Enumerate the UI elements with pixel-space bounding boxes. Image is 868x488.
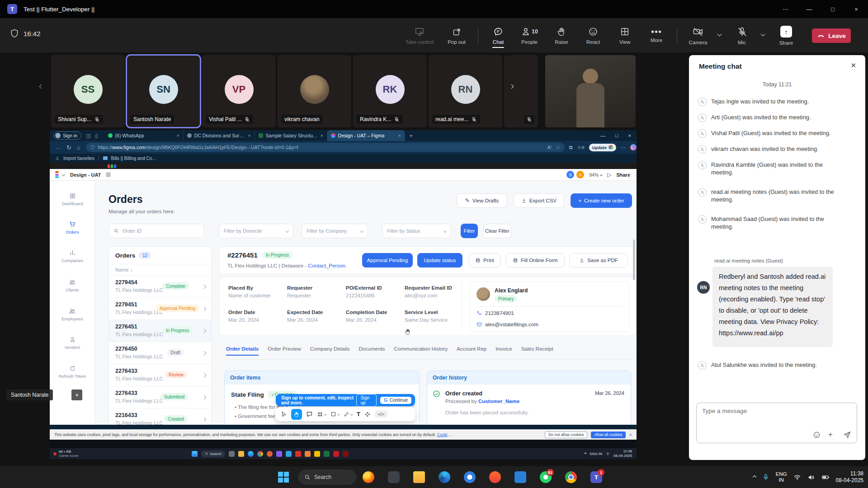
score-widget[interactable]: MI • RB Game score <box>59 450 79 458</box>
taskbar-chrome-icon[interactable] <box>564 470 578 484</box>
tab-documents[interactable]: Documents <box>359 346 385 356</box>
google-continue-button[interactable]: G Continue <box>380 397 411 404</box>
mini-youtube-icon[interactable] <box>295 451 301 457</box>
sidebar-item-employees[interactable]: Employees <box>50 307 95 321</box>
collaborator-avatar[interactable]: A <box>576 171 584 178</box>
contact-phone[interactable]: 2123874901 <box>476 310 514 316</box>
contact-email[interactable]: alex@vstatefilings.com <box>476 322 538 327</box>
back-icon[interactable]: ← <box>55 144 61 151</box>
taskbar-vscode-icon[interactable] <box>514 470 527 484</box>
approval-pending-button[interactable]: Approval Pending <box>362 253 413 267</box>
view-drafts-button[interactable]: ✎ View Drafts <box>457 193 507 208</box>
participant-tile[interactable]: vikram chavan <box>278 55 351 127</box>
bookmark-bills-folder[interactable]: Bills || Billing and Co... <box>111 156 156 161</box>
contact-person-link[interactable]: Contact_Person. <box>308 263 347 268</box>
mini-app-icon[interactable] <box>286 451 292 457</box>
favorites-icon[interactable]: ☆≡ <box>577 145 585 150</box>
filter-status-dropdown[interactable]: Filter by Status <box>382 224 451 238</box>
tab-invoice[interactable]: Invoice <box>495 346 512 356</box>
participant-tile-partial[interactable] <box>504 55 538 127</box>
tab-order-preview[interactable]: Order Preview <box>268 346 301 356</box>
figma-logo-icon[interactable] <box>55 171 59 178</box>
tab-close-icon[interactable]: × <box>398 133 401 138</box>
taskbar-app-blue-icon[interactable] <box>463 470 476 484</box>
tab-sales-receipt[interactable]: Sales Receipt <box>521 346 553 356</box>
chat-close-icon[interactable]: ✕ <box>850 61 856 70</box>
mini-excel-icon[interactable] <box>324 451 330 457</box>
mini-brave-icon[interactable] <box>267 451 273 457</box>
sidebar-item-clients[interactable]: Clients <box>50 278 95 292</box>
taskbar-whatsapp-icon[interactable]: 81 <box>539 470 552 484</box>
attach-plus-icon[interactable]: + <box>828 430 833 439</box>
people-button[interactable]: 10 People <box>512 23 547 49</box>
figma-sign-up-button[interactable]: Sign up <box>356 394 377 407</box>
text-tool-icon[interactable]: T <box>357 411 360 418</box>
taskbar-search[interactable]: Search <box>298 470 356 484</box>
deny-cookies-button[interactable]: Do not allow cookies <box>545 432 587 438</box>
customer-name-link[interactable]: Customer_Name <box>478 399 519 404</box>
participant-tile[interactable]: RK Ravindra K... <box>353 55 427 127</box>
close-button[interactable]: × <box>844 0 868 18</box>
zoom-level-dropdown[interactable]: 94% <box>589 172 602 178</box>
order-id-search[interactable] <box>108 224 204 238</box>
order-row[interactable]: 2276450TL Flex Holdings LLC Draft <box>109 342 211 364</box>
participant-tile-video[interactable] <box>545 55 636 127</box>
save-as-pdf-button[interactable]: Save as PDF <box>569 253 628 267</box>
workspaces-icon[interactable]: ◫ <box>86 133 90 139</box>
tab-communication-history[interactable]: Communication History <box>394 346 448 356</box>
order-row[interactable]: 2216433TL Flex Holdings LLC Created <box>109 408 211 425</box>
design-scrollbar[interactable] <box>633 239 635 280</box>
mini-app-icon[interactable] <box>229 451 235 457</box>
tab-actions-icon[interactable]: ▯ <box>95 133 98 139</box>
mini-search[interactable]: Search <box>201 450 225 457</box>
shape-tool-icon[interactable] <box>330 411 340 417</box>
mini-folder-icon[interactable] <box>238 451 244 457</box>
view-button[interactable]: View <box>607 23 642 49</box>
tab-close-icon[interactable]: × <box>248 133 251 138</box>
sender-avatar[interactable]: RN <box>697 281 710 294</box>
order-row-selected[interactable]: 2276451TL Flex Holdings LLC In Progress <box>109 319 211 342</box>
camera-button[interactable]: Camera <box>680 23 716 49</box>
bookmark-import-favorites[interactable]: Import favorites <box>63 156 94 161</box>
presenter-add-icon[interactable]: + <box>71 389 82 400</box>
mini-adobe-icon[interactable] <box>343 451 349 457</box>
export-csv-button[interactable]: Export CSV <box>514 193 564 208</box>
language-indicator[interactable]: ENG IN <box>776 471 787 483</box>
camera-options-chevron-icon[interactable] <box>717 32 722 37</box>
tab-order-details[interactable]: Order Details <box>226 346 259 356</box>
minimize-button[interactable]: — <box>797 0 821 18</box>
dev-mode-toggle[interactable]: </> <box>375 411 387 418</box>
pages-icon[interactable] <box>105 172 111 178</box>
mic-options-chevron-icon[interactable] <box>761 32 765 37</box>
raise-hand-button[interactable]: Raise <box>544 23 579 49</box>
fill-online-form-button[interactable]: Fill Online Form <box>506 253 565 267</box>
browser-update-button[interactable]: Update <box>589 144 616 151</box>
tab-close-icon[interactable]: × <box>321 133 323 138</box>
present-icon[interactable]: ▷ <box>607 172 611 178</box>
mini-app-icon[interactable] <box>314 451 320 457</box>
figma-file-name[interactable]: Design - UAT <box>70 172 101 178</box>
sidebar-item-companies[interactable]: Companies <box>50 249 95 263</box>
battery-icon[interactable] <box>821 473 830 481</box>
sidebar-item-dashboard[interactable]: Dashboard <box>50 192 95 206</box>
taskbar-firefox-icon[interactable] <box>362 470 375 484</box>
order-id-input[interactable] <box>123 228 195 234</box>
order-row[interactable]: 2276433TL Flex Holdings LLC Submitted <box>109 386 211 408</box>
figma-menu-chevron-icon[interactable] <box>62 173 65 176</box>
leave-button[interactable]: Leave <box>812 28 851 43</box>
filter-button[interactable]: Filter <box>461 224 478 238</box>
mini-office-icon[interactable] <box>305 451 311 457</box>
clear-filter-button[interactable]: Clear Filter <box>483 224 511 238</box>
share-button[interactable]: ↑ Share <box>769 23 804 49</box>
sort-column-header[interactable]: Name ↓ <box>109 264 211 275</box>
tab-account-rep[interactable]: Account Rep <box>457 346 486 356</box>
strip-scroll-left-icon[interactable] <box>39 84 44 89</box>
copilot-icon[interactable] <box>630 144 637 150</box>
taskbar-file-explorer-icon[interactable] <box>412 470 426 484</box>
order-row[interactable]: 2279451TL Flex Holdings LLC Approval Pen… <box>109 297 211 319</box>
filter-company-dropdown[interactable]: Filter by Company <box>302 224 368 238</box>
comment-tool-icon[interactable] <box>306 411 313 418</box>
tray-overflow-chevron-icon[interactable] <box>752 475 756 479</box>
allow-cookies-button[interactable]: Allow all cookies <box>591 432 625 438</box>
refresh-icon[interactable]: ↻ <box>66 144 71 151</box>
